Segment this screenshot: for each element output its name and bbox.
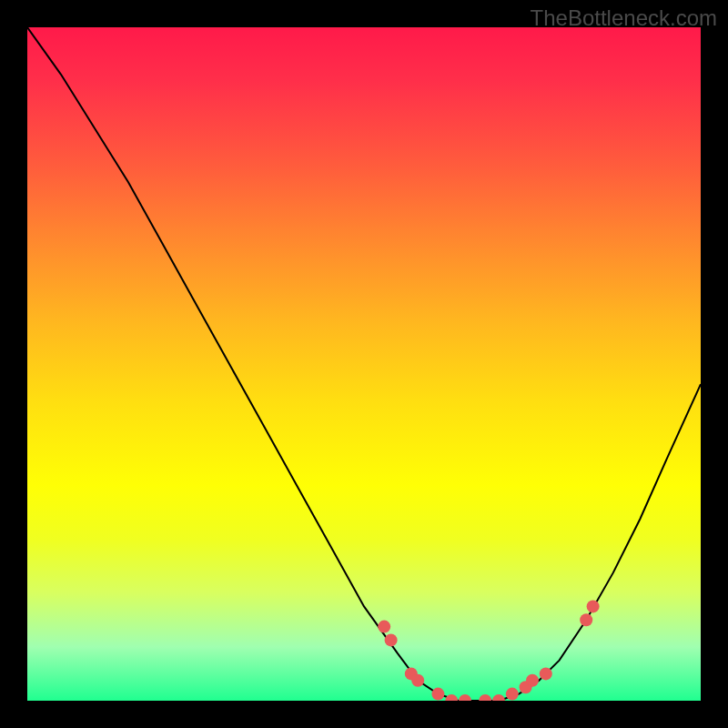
plot-area: [27, 27, 701, 701]
highlight-dot: [526, 674, 539, 687]
highlight-dot: [445, 694, 458, 701]
chart-container: TheBottleneck.com: [0, 0, 728, 728]
highlight-dot: [506, 688, 519, 701]
highlight-dot: [411, 674, 424, 687]
highlight-dot: [459, 694, 471, 701]
highlight-dot: [378, 621, 390, 633]
watermark-text: TheBottleneck.com: [531, 5, 717, 31]
highlight-dot: [587, 600, 600, 612]
highlight-dot: [385, 633, 398, 646]
highlight-dot: [540, 667, 552, 680]
curve-svg: [27, 27, 701, 701]
bottleneck-curve: [27, 27, 701, 701]
highlight-dot: [492, 694, 505, 701]
highlight-dot: [431, 688, 444, 701]
highlight-dot: [479, 694, 491, 701]
highlight-dot: [580, 613, 592, 626]
